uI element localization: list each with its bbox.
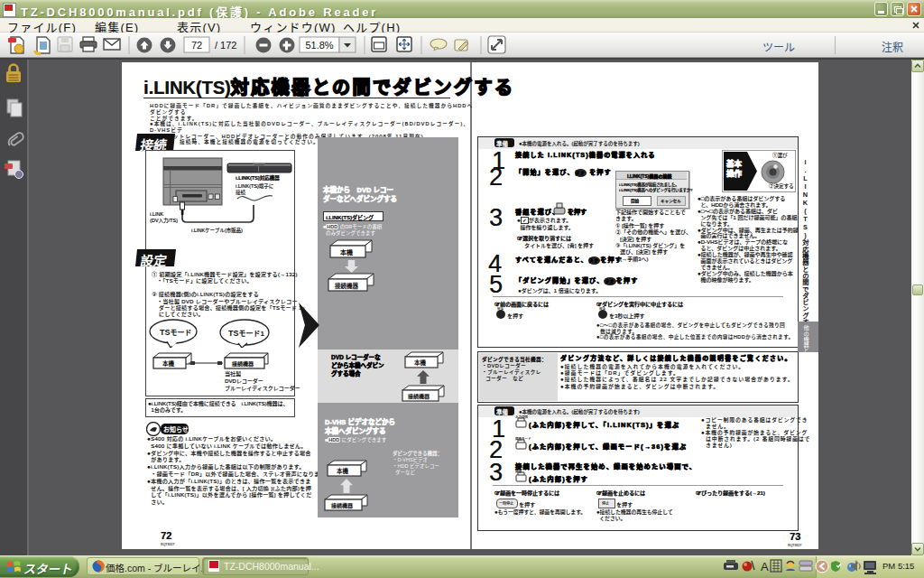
svg-text:本機: 本機	[414, 359, 427, 367]
svg-text:接続機器: 接続機器	[407, 393, 430, 400]
svg-text:72: 72	[191, 40, 202, 51]
svg-text:TSモード1: TSモード1	[228, 329, 265, 338]
svg-text:TSモード: TSモード	[160, 328, 192, 337]
svg-text:お知らせ: お知らせ	[163, 425, 189, 434]
svg-text:本機: 本機	[162, 359, 175, 368]
svg-text:本機: 本機	[339, 248, 353, 256]
svg-text:接続機器: 接続機器	[330, 502, 354, 509]
svg-text:接続機器: 接続機器	[335, 282, 359, 290]
svg-text:A: A	[761, 560, 769, 573]
svg-text:接続機器: 接続機器	[231, 360, 254, 368]
svg-text:/ 172: / 172	[215, 40, 236, 51]
svg-text:51.8%: 51.8%	[305, 40, 333, 51]
svg-text:本機: 本機	[337, 467, 349, 475]
